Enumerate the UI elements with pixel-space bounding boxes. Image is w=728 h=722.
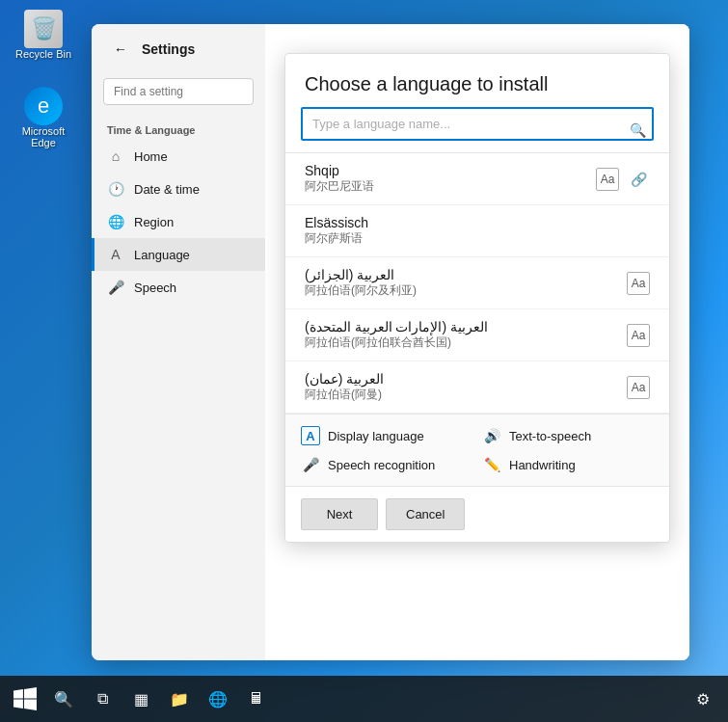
desktop: 🗑️ Recycle Bin e Microsoft Edge ← Settin… [0, 0, 728, 722]
sidebar-item-datetime[interactable]: 🕐 Date & time [92, 173, 265, 205]
lang-info: Elsässisch 阿尔萨斯语 [305, 215, 368, 247]
lang-icons: Aa [627, 272, 650, 295]
recycle-bin-label: Recycle Bin [15, 48, 71, 60]
recycle-bin-icon[interactable]: 🗑️ Recycle Bin [10, 10, 77, 60]
list-item[interactable]: Shqip 阿尔巴尼亚语 Aa 🔗 [285, 153, 669, 205]
modal-search-row: 🔍 [285, 107, 669, 152]
lang-name: Shqip [305, 163, 374, 178]
edge-taskbar-icon: 🌐 [208, 690, 228, 709]
lang-subname: 阿尔巴尼亚语 [305, 178, 374, 195]
back-button[interactable]: ← [107, 36, 134, 63]
widgets-icon: ▦ [134, 690, 148, 709]
taskbar-right: ⚙ [686, 682, 720, 716]
edge-label: Microsoft Edge [10, 125, 77, 148]
feature-text-to-speech: 🔊 Text-to-speech [482, 426, 654, 445]
sidebar-item-datetime-label: Date & time [134, 182, 200, 197]
modal-title: Choose a language to install [305, 73, 650, 95]
list-item[interactable]: Elsässisch 阿尔萨斯语 [285, 205, 669, 257]
lang-info: العربية (الجزائر) 阿拉伯语(阿尔及利亚) [305, 267, 417, 299]
lang-name: العربية (عمان) [305, 371, 384, 387]
list-item[interactable]: العربية (الجزائر) 阿拉伯语(阿尔及利亚) Aa [285, 257, 669, 309]
text-to-speech-icon: 🔊 [482, 426, 501, 445]
modal-header: Choose a language to install [285, 54, 669, 107]
settings-taskbar-icon: ⚙ [696, 690, 710, 709]
feature-display-language: A Display language [301, 426, 472, 445]
globe-icon: 🌐 [107, 213, 124, 230]
sidebar-section-label: Time & Language [92, 117, 265, 140]
modal-footer: Next Cancel [285, 486, 669, 542]
handwriting-icon: ✏️ [482, 455, 501, 474]
edge-img: e [24, 87, 63, 125]
windows-logo-icon [13, 687, 37, 710]
file-explorer-icon: 📁 [170, 690, 189, 709]
list-item[interactable]: العربية (عمان) 阿拉伯语(阿曼) Aa [285, 361, 669, 414]
settings-window: ← Settings Time & Language ⌂ Home 🕐 Date… [92, 24, 689, 660]
sidebar-item-speech-label: Speech [134, 281, 176, 295]
lang-subname: 阿拉伯语(阿拉伯联合酋长国) [305, 334, 488, 351]
external-link-icon[interactable]: 🔗 [627, 168, 650, 191]
settings-sidebar: ← Settings Time & Language ⌂ Home 🕐 Date… [92, 24, 265, 660]
feature-speech-recognition: 🎤 Speech recognition [301, 455, 472, 474]
search-taskbar-icon: 🔍 [54, 690, 73, 709]
sidebar-item-home-label: Home [134, 149, 168, 164]
sidebar-item-language[interactable]: A Language [92, 238, 265, 271]
lang-info: Shqip 阿尔巴尼亚语 [305, 163, 374, 195]
file-explorer-button[interactable]: 📁 [162, 682, 197, 716]
language-icon: A [107, 246, 124, 263]
mic-icon: 🎤 [107, 279, 124, 296]
start-button[interactable] [8, 682, 42, 716]
lang-subname: 阿拉伯语(阿曼) [305, 387, 384, 403]
calculator-button[interactable]: 🖩 [239, 682, 274, 716]
lang-name: العربية (الجزائر) [305, 267, 417, 282]
lang-info: العربية (الإمارات العربية المتحدة) 阿拉伯语(… [305, 319, 488, 351]
list-item[interactable]: العربية (الإمارات العربية المتحدة) 阿拉伯语(… [285, 309, 669, 361]
language-list: Shqip 阿尔巴尼亚语 Aa 🔗 Elsässisch 阿尔萨斯 [285, 152, 669, 414]
lang-info: العربية (عمان) 阿拉伯语(阿曼) [305, 371, 384, 403]
sidebar-item-speech[interactable]: 🎤 Speech [92, 271, 265, 304]
sidebar-item-language-label: Language [134, 248, 190, 262]
speech-recognition-icon: 🎤 [301, 455, 320, 474]
cancel-button[interactable]: Cancel [386, 498, 465, 530]
search-button[interactable]: 🔍 [46, 682, 81, 716]
feature-row: A Display language 🔊 Text-to-speech 🎤 Sp… [285, 414, 669, 486]
settings-title: Settings [142, 41, 195, 57]
widgets-button[interactable]: ▦ [123, 682, 158, 716]
sidebar-header: ← Settings [92, 24, 265, 74]
lang-icons: Aa 🔗 [596, 168, 650, 191]
feature-text-to-speech-label: Text-to-speech [509, 429, 591, 443]
task-view-icon: ⧉ [97, 690, 108, 708]
modal-overlay: Choose a language to install 🔍 Shqip 阿尔巴… [265, 24, 689, 660]
feature-speech-recognition-label: Speech recognition [328, 458, 435, 472]
settings-main: Choose a language to install 🔍 Shqip 阿尔巴… [265, 24, 689, 660]
language-install-dialog: Choose a language to install 🔍 Shqip 阿尔巴… [284, 53, 670, 543]
sidebar-item-home[interactable]: ⌂ Home [92, 140, 265, 173]
task-view-button[interactable]: ⧉ [85, 682, 120, 716]
lang-subname: 阿拉伯语(阿尔及利亚) [305, 282, 417, 299]
az-icon: Aa [627, 324, 650, 347]
lang-name: Elsässisch [305, 215, 368, 230]
feature-display-language-label: Display language [328, 429, 424, 443]
feature-handwriting-label: Handwriting [509, 458, 576, 472]
lang-icons: Aa [627, 324, 650, 347]
taskbar: 🔍 ⧉ ▦ 📁 🌐 🖩 ⚙ [0, 676, 728, 722]
sidebar-item-region[interactable]: 🌐 Region [92, 205, 265, 238]
edge-icon-desktop[interactable]: e Microsoft Edge [10, 87, 77, 148]
sidebar-item-region-label: Region [134, 215, 174, 229]
lang-icons: Aa [627, 376, 650, 399]
clock-icon: 🕐 [107, 180, 124, 198]
edge-taskbar-button[interactable]: 🌐 [201, 682, 235, 716]
lang-name: العربية (الإمارات العربية المتحدة) [305, 319, 488, 334]
settings-taskbar-button[interactable]: ⚙ [686, 682, 720, 716]
feature-handwriting: ✏️ Handwriting [482, 455, 654, 474]
calculator-icon: 🖩 [249, 690, 264, 708]
language-search-input[interactable] [301, 107, 654, 141]
az-icon: Aa [627, 272, 650, 295]
next-button[interactable]: Next [301, 498, 378, 530]
lang-subname: 阿尔萨斯语 [305, 230, 368, 247]
home-icon: ⌂ [107, 147, 124, 165]
display-language-icon: A [301, 426, 320, 445]
search-icon: 🔍 [630, 122, 646, 138]
recycle-bin-img: 🗑️ [24, 10, 63, 48]
az-icon: Aa [627, 376, 650, 399]
sidebar-search-input[interactable] [103, 78, 254, 105]
